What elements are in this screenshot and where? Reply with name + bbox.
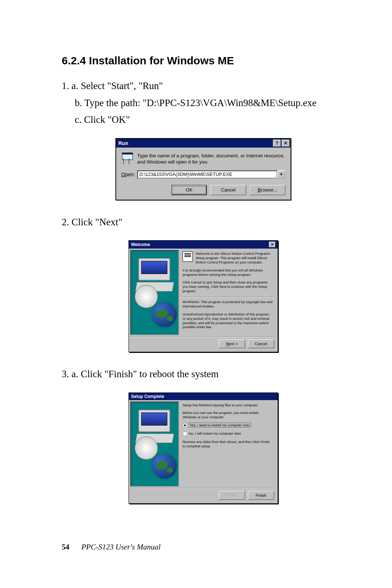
step3: 3. a. Click "Finish" to reboot the syste… [62,367,345,382]
welcome-dialog: Welcome ✕ Welcome to the Silicon Motion … [128,240,278,352]
step2: 2. Click "Next" [62,215,345,230]
complete-p1: Setup has finished copying files to your… [183,403,273,407]
browse-button[interactable]: Browse... [250,185,285,195]
welcome-p2: It is strongly recommended that you exit… [183,268,273,277]
page-number: 54 [62,543,69,551]
complete-p2: Before you can use the program, you must… [183,411,273,419]
open-input[interactable]: D:\123&153\VGA(3DM)\WinME\SETUP.EXE [137,170,277,178]
welcome-title: Welcome [131,242,150,247]
welcome-title-bar: Welcome ✕ [129,241,278,249]
run-dialog: Run ? ✕ Type the name of a program, fold… [115,138,291,200]
setup-complete-dialog: Setup Complete Setup has finished copyin… [128,392,278,504]
back-button: < Back [219,491,245,500]
welcome-close-button[interactable]: ✕ [269,242,275,247]
welcome-p3: Click Cancel to quit Setup and then clos… [183,280,273,293]
welcome-cancel-button[interactable]: Cancel [248,339,274,348]
close-button[interactable]: ✕ [282,140,290,147]
step1c: c. Click "OK" [75,112,345,127]
run-title-bar: Run ? ✕ [116,139,290,148]
page-footer: 54 PPC-S123 User's Manual [62,543,160,552]
step1a: 1. a. Select "Start", "Run" [62,78,345,93]
welcome-p1: Welcome to the Silicon Motion Control Pr… [196,251,273,265]
run-description: Type the name of a program, folder, docu… [137,153,285,165]
welcome-p4: WARNING: This program is protected by co… [183,300,273,309]
radio-yes[interactable]: Yes, I want to restart my computer now. [183,423,273,428]
book-title: PPC-S123 User's Manual [81,543,160,551]
open-dropdown-button[interactable]: ▼ [277,170,285,178]
run-title: Run [118,140,128,146]
welcome-p5: Unauthorized reproduction or distributio… [183,312,273,330]
document-icon [183,251,193,262]
complete-title-bar: Setup Complete [129,393,278,400]
cancel-button[interactable]: Cancel [211,185,246,195]
run-icon [121,153,133,164]
section-heading: 6.2.4 Installation for Windows ME [62,55,345,67]
ok-button[interactable]: OK [171,185,207,195]
complete-title: Setup Complete [131,394,164,399]
next-button[interactable]: Next > [219,339,245,348]
open-label: Open: [121,172,137,177]
help-button[interactable]: ? [273,140,281,147]
finish-button[interactable]: Finish [248,491,274,500]
complete-p3: Remove any disks from their drives, and … [183,440,273,448]
complete-image [130,402,179,487]
radio-no[interactable]: No, I will restart my computer later. [183,431,273,436]
welcome-image [130,250,179,335]
step1b: b. Type the path: "D:\PPC-S123\VGA\Win98… [75,96,345,110]
